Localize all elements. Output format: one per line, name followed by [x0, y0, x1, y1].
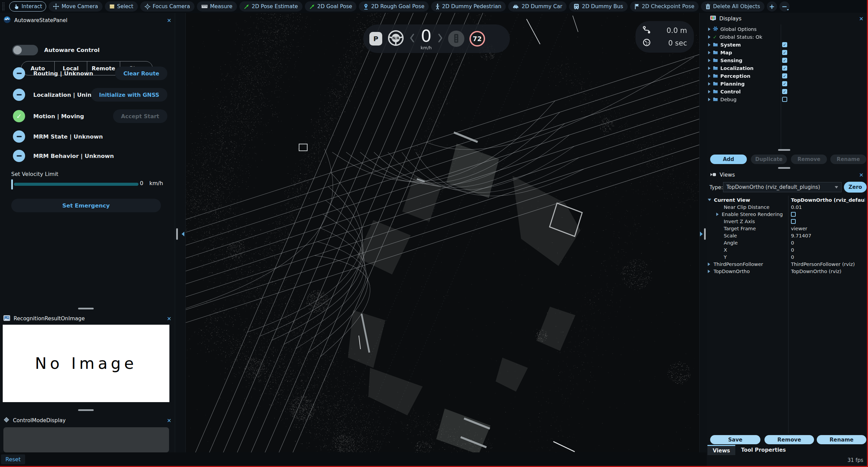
display-checkbox-system[interactable]: ✓	[782, 42, 787, 47]
close-icon[interactable]: ✕	[859, 16, 864, 22]
display-item-system[interactable]: System	[707, 41, 741, 49]
accept-start-button[interactable]: Accept Start	[113, 109, 167, 123]
display-item-control[interactable]: Control	[707, 88, 741, 95]
add-tool-button[interactable]: +	[767, 1, 777, 12]
view-row-topdownortho[interactable]: TopDownOrtho TopDownOrtho (rviz)	[707, 268, 866, 275]
expand-arrow-icon[interactable]	[716, 213, 719, 216]
panel-resize-handle[interactable]	[78, 308, 94, 309]
view-row-target-frame[interactable]: Target Frame viewer	[707, 225, 866, 232]
close-icon[interactable]: ✕	[167, 417, 171, 424]
view-row-invert-z[interactable]: Invert Z Axis	[707, 218, 866, 225]
collapse-right-icon[interactable]	[700, 232, 703, 236]
expand-arrow-icon[interactable]	[708, 74, 710, 78]
duplicate-display-button[interactable]: Duplicate	[751, 155, 787, 164]
right-splitter[interactable]	[699, 13, 707, 452]
tool-2d-dummy-pedestrian[interactable]: 2D Dummy Pedestrian	[431, 1, 506, 12]
view-row-y[interactable]: Y 0	[707, 253, 866, 261]
zero-button[interactable]: Zero	[844, 182, 867, 193]
chevron-down-icon	[787, 9, 789, 11]
display-item-sensing[interactable]: Sensing	[707, 56, 742, 64]
view-type-dropdown[interactable]: TopDownOrtho (rviz_default_plugins)	[723, 182, 842, 192]
collapse-arrow-icon[interactable]	[708, 199, 711, 201]
expand-arrow-icon[interactable]	[708, 90, 710, 93]
expand-arrow-icon[interactable]	[708, 270, 710, 273]
toolbar-drag-handle[interactable]	[2, 2, 5, 11]
expand-arrow-icon[interactable]	[708, 35, 710, 39]
display-item-map[interactable]: Map	[707, 49, 732, 56]
display-checkbox-localization[interactable]: ✓	[782, 66, 787, 71]
panel-resize-handle[interactable]	[78, 409, 94, 411]
view-row-current-view[interactable]: Current View TopDownOrtho (rviz_default_…	[707, 196, 866, 203]
display-item-planning[interactable]: Planning	[707, 80, 745, 88]
steering-wheel-icon: N/A	[387, 30, 404, 48]
tool-focus-camera[interactable]: Focus Camera	[140, 1, 195, 12]
add-display-button[interactable]: Add	[710, 155, 747, 164]
invert-z-checkbox[interactable]	[791, 219, 796, 224]
tool-interact[interactable]: Interact	[9, 1, 46, 12]
remove-display-button[interactable]: Remove	[791, 155, 827, 164]
rename-display-button[interactable]: Rename	[830, 155, 866, 164]
3d-viewport[interactable]: P N/A 0 km/h 72 0.0 m 0 sec	[185, 13, 699, 452]
expand-arrow-icon[interactable]	[708, 28, 710, 31]
tool-2d-dummy-bus[interactable]: 2D Dummy Bus	[569, 1, 627, 12]
set-emergency-button[interactable]: Set Emergency	[11, 199, 161, 212]
expand-arrow-icon[interactable]	[708, 98, 710, 101]
tool-2d-rough-goal-pose[interactable]: 2D Rough Goal Pose	[359, 1, 429, 12]
chevron-right-icon[interactable]	[438, 33, 443, 44]
velocity-slider-handle[interactable]	[11, 179, 13, 190]
display-checkbox-control[interactable]: ✓	[782, 89, 787, 94]
tool-measure[interactable]: Measure	[197, 1, 237, 12]
remove-tool-button[interactable]: −	[779, 1, 790, 12]
tool-2d-checkpoint-pose[interactable]: 2D Checkpoint Pose	[630, 1, 699, 12]
panel-resize-handle[interactable]	[778, 149, 790, 151]
clear-route-button[interactable]: Clear Route	[115, 67, 167, 80]
tab-tool-properties[interactable]: Tool Properties	[738, 445, 789, 455]
rename-view-button[interactable]: Rename	[817, 435, 866, 444]
save-view-button[interactable]: Save	[710, 435, 760, 444]
tool-delete-all-objects[interactable]: Delete All Objects	[701, 1, 764, 12]
display-item-perception[interactable]: Perception	[707, 72, 751, 80]
display-checkbox-sensing[interactable]: ✓	[782, 58, 787, 63]
view-row-near-clip[interactable]: Near Clip Distance 0.01	[707, 203, 866, 211]
tool-2d-pose-estimate[interactable]: 2D Pose Estimate	[239, 1, 302, 12]
display-item-global-status[interactable]: ✓ Global Status: Ok	[707, 33, 762, 41]
initialize-gnss-button[interactable]: Initialize with GNSS	[91, 88, 167, 102]
tool-2d-dummy-car[interactable]: 2D Dummy Car	[508, 1, 567, 12]
view-row-third-person[interactable]: ThirdPersonFollower ThirdPersonFollower …	[707, 261, 866, 268]
tab-views[interactable]: Views	[707, 445, 735, 455]
display-checkbox-debug[interactable]	[782, 97, 787, 102]
reset-button[interactable]: Reset	[1, 454, 25, 464]
display-item-debug[interactable]: Debug	[707, 95, 737, 103]
view-row-angle[interactable]: Angle 0	[707, 239, 866, 246]
display-item-global-options[interactable]: Global Options	[707, 25, 757, 33]
expand-arrow-icon[interactable]	[708, 59, 710, 62]
close-icon[interactable]: ✕	[859, 172, 864, 178]
expand-arrow-icon[interactable]	[708, 82, 710, 86]
panel-resize-handle[interactable]	[778, 167, 790, 169]
collapse-left-icon[interactable]	[182, 232, 184, 236]
tool-2d-goal-pose[interactable]: 2D Goal Pose	[305, 1, 357, 12]
view-row-stereo[interactable]: Enable Stereo Rendering	[707, 211, 866, 218]
close-icon[interactable]: ✕	[167, 17, 171, 24]
splitter-handle[interactable]	[704, 228, 706, 240]
autoware-control-toggle[interactable]	[12, 45, 38, 55]
expand-arrow-icon[interactable]	[708, 263, 710, 266]
display-checkbox-planning[interactable]: ✓	[782, 81, 787, 86]
remove-view-button[interactable]: Remove	[764, 435, 814, 444]
display-checkbox-map[interactable]: ✓	[782, 50, 787, 55]
view-row-scale[interactable]: Scale 9.71407	[707, 232, 866, 239]
display-checkbox-perception[interactable]: ✓	[782, 73, 787, 78]
display-item-localization[interactable]: Localization	[707, 64, 754, 72]
stereo-checkbox[interactable]	[791, 212, 796, 217]
chevron-left-icon[interactable]	[409, 33, 415, 44]
view-row-x[interactable]: X 0	[707, 246, 866, 253]
left-splitter[interactable]	[175, 13, 186, 452]
expand-arrow-icon[interactable]	[708, 43, 710, 47]
tool-select[interactable]: Select	[105, 1, 138, 12]
close-icon[interactable]: ✕	[167, 316, 171, 322]
expand-arrow-icon[interactable]	[708, 51, 710, 54]
velocity-slider-track[interactable]	[14, 183, 138, 186]
expand-arrow-icon[interactable]	[708, 67, 710, 70]
splitter-handle[interactable]	[176, 228, 178, 240]
tool-move-camera[interactable]: Move Camera	[49, 1, 102, 12]
